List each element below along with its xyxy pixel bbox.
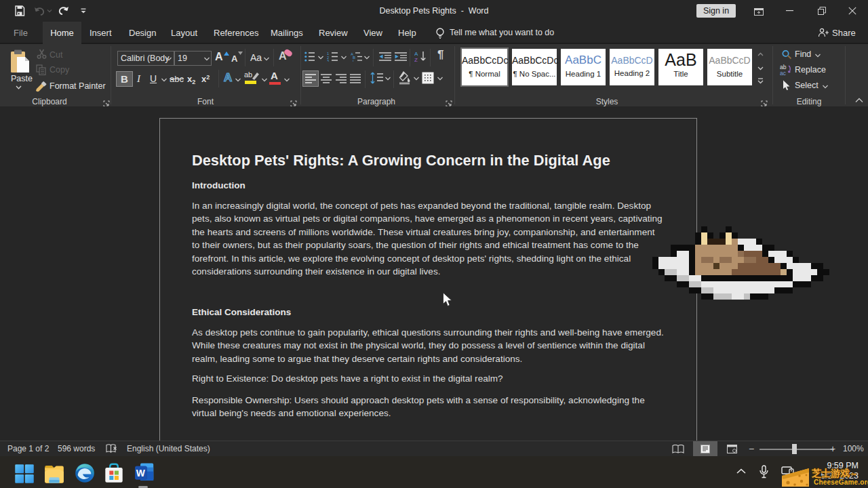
svg-text:A: A xyxy=(414,51,418,57)
svg-text:3: 3 xyxy=(327,59,329,62)
svg-text:Z: Z xyxy=(414,57,418,63)
svg-text:W: W xyxy=(136,468,146,479)
svg-text:i: i xyxy=(353,59,353,62)
svg-text:ac: ac xyxy=(780,70,787,76)
svg-text:ab: ab xyxy=(244,70,252,79)
